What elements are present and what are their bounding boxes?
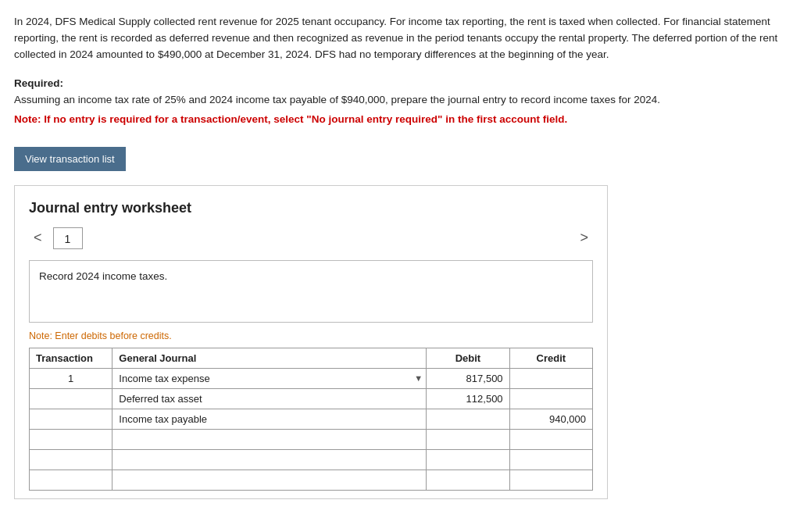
table-row-account-2[interactable]: Income tax payable <box>112 409 427 429</box>
worksheet-container: Journal entry worksheet < 1 > Record 202… <box>14 185 608 499</box>
required-text: Assuming an income tax rate of 25% and 2… <box>14 94 660 105</box>
col-header-general-journal: General Journal <box>112 348 427 368</box>
required-section: Required: Assuming an income tax rate of… <box>14 76 786 128</box>
col-header-credit: Credit <box>509 348 592 368</box>
nav-left-button[interactable]: < <box>29 228 47 248</box>
table-row-txn-2 <box>30 409 112 429</box>
journal-table: Transaction General Journal Debit Credit… <box>29 348 593 491</box>
table-row-account-3 <box>112 429 427 449</box>
required-label: Required: <box>14 77 63 89</box>
intro-text: In 2024, DFS Medical Supply collected re… <box>14 16 777 60</box>
table-row-account-5 <box>112 470 427 490</box>
table-row-account-1[interactable]: Deferred tax asset <box>112 388 427 409</box>
intro-paragraph: In 2024, DFS Medical Supply collected re… <box>14 14 786 63</box>
table-row-credit-0 <box>509 368 592 388</box>
table-row-debit-0: 817,500 <box>427 368 509 388</box>
required-note: Note: If no entry is required for a tran… <box>14 112 786 128</box>
table-row-debit-2 <box>427 409 509 429</box>
col-header-transaction: Transaction <box>30 348 112 368</box>
table-row-credit-4 <box>509 449 592 470</box>
table-row-txn-5 <box>30 470 112 490</box>
page-number-box: 1 <box>53 227 83 249</box>
description-box: Record 2024 income taxes. <box>29 260 593 323</box>
nav-row: < 1 > <box>29 227 593 249</box>
nav-right-button[interactable]: > <box>575 228 593 248</box>
table-row-debit-4 <box>427 449 509 470</box>
table-row-debit-5 <box>427 470 509 490</box>
table-row-credit-5 <box>509 470 592 490</box>
description-text: Record 2024 income taxes. <box>39 270 167 282</box>
table-row-debit-1: 112,500 <box>427 388 509 409</box>
worksheet-title: Journal entry worksheet <box>29 200 593 216</box>
view-transaction-button[interactable]: View transaction list <box>14 147 126 171</box>
table-row-txn-4 <box>30 449 112 470</box>
table-row-credit-3 <box>509 429 592 449</box>
table-row-credit-1 <box>509 388 592 409</box>
table-row-txn-3 <box>30 429 112 449</box>
table-row-credit-2: 940,000 <box>509 409 592 429</box>
table-row-txn-0: 1 <box>30 368 112 388</box>
col-header-debit: Debit <box>427 348 509 368</box>
dropdown-arrow-icon[interactable]: ▼ <box>414 373 423 383</box>
table-row-debit-3 <box>427 429 509 449</box>
note-debits: Note: Enter debits before credits. <box>29 330 593 341</box>
table-row-txn-1 <box>30 388 112 409</box>
table-row-account-4 <box>112 449 427 470</box>
table-row-account-0[interactable]: Income tax expense▼ <box>112 368 427 388</box>
